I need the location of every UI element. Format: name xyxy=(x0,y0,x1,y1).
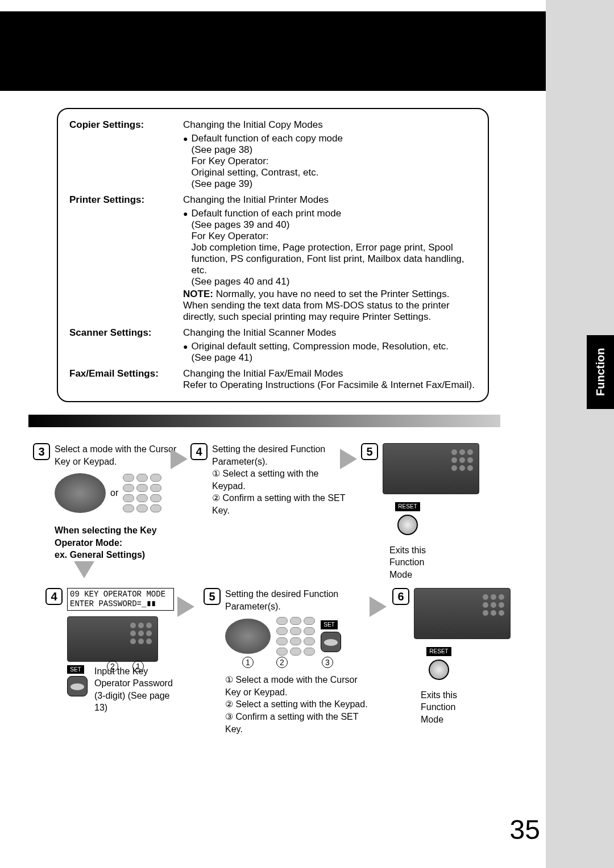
reset-button-icon xyxy=(397,515,418,535)
step-6-num: 6 xyxy=(392,588,409,605)
arrow-icon xyxy=(370,596,387,617)
keypad-icon xyxy=(123,474,161,512)
circled-1: ① xyxy=(212,469,220,478)
control-panel-icon xyxy=(67,616,158,662)
step-4a-text: Setting the desired Function Parameter(s… xyxy=(212,443,350,468)
arrow-icon xyxy=(340,449,357,469)
printer-title: Changing the Initial Printer Modes xyxy=(183,194,476,206)
control-panel-icon xyxy=(414,588,511,639)
printer-note: NOTE: Normally, you have no need to set … xyxy=(183,289,476,323)
circled-1: 1 xyxy=(242,657,254,668)
step-5top-exit: Exits this Function Mode xyxy=(389,544,446,581)
control-panel-icon xyxy=(383,443,479,494)
cursor-pad-icon xyxy=(55,473,106,513)
printer-bullet: Default function of each print mode (See… xyxy=(191,208,476,287)
side-column xyxy=(546,0,614,868)
or-label: or xyxy=(110,487,118,499)
circled-2: ② xyxy=(225,699,233,709)
step-6-exit: Exits this Function Mode xyxy=(421,689,478,726)
arrow-icon xyxy=(177,596,194,617)
fax-body: Refer to Operating Instructions (For Fac… xyxy=(183,379,476,391)
step-3: 3 Select a mode with the Cursor Key or K… xyxy=(33,443,181,561)
circled-3: 3 xyxy=(322,657,333,668)
header-banner xyxy=(0,11,546,91)
step-5b-num: 5 xyxy=(204,588,221,605)
step-3-sub2: ex. General Settings) xyxy=(55,549,181,561)
fax-label: Fax/Email Settings: xyxy=(69,368,183,391)
page-number: 35 xyxy=(510,814,540,845)
step-3-num: 3 xyxy=(33,443,50,460)
printer-label: Printer Settings: xyxy=(69,194,183,323)
copier-label: Copier Settings: xyxy=(69,119,183,190)
scanner-title: Changing the Initial Scanner Modes xyxy=(183,327,476,339)
reset-label: RESET xyxy=(426,647,451,656)
reset-label: RESET xyxy=(395,502,420,511)
step-4b-num: 4 xyxy=(45,588,63,605)
step-4-bottom: 4 09 KEY OPERATOR MODE ENTER PASSWORD=_∎… xyxy=(45,588,188,714)
scanner-bullet: Original default setting, Compression mo… xyxy=(191,341,449,364)
step-4b-input-text: Input the Key Operator Password (3-digit… xyxy=(94,665,174,714)
step-3-text: Select a mode with the Cursor Key or Key… xyxy=(55,443,181,468)
circled-3: ③ xyxy=(225,712,233,721)
set-label: SET xyxy=(67,665,84,674)
circled-2: 2 xyxy=(107,661,118,672)
divider-gradient xyxy=(28,415,500,427)
settings-box: Copier Settings: Changing the Initial Co… xyxy=(57,108,489,402)
reset-button-icon xyxy=(429,660,449,680)
fax-title: Changing the Initial Fax/Email Modes xyxy=(183,368,476,379)
copier-bullet: Default function of each copy mode (See … xyxy=(191,133,343,190)
step-5b-text: Setting the desired Function Parameter(s… xyxy=(225,588,374,612)
step-5-top: 5 RESET Exits this Function Mode xyxy=(361,443,475,581)
set-label: SET xyxy=(321,620,338,629)
keypad-icon xyxy=(276,617,315,656)
copier-title: Changing the Initial Copy Modes xyxy=(183,119,476,131)
side-tab-function: Function xyxy=(587,335,614,409)
circled-1: ① xyxy=(225,675,233,685)
step-4-top: 4 Setting the desired Function Parameter… xyxy=(190,443,350,517)
scanner-label: Scanner Settings: xyxy=(69,327,183,364)
set-button-icon xyxy=(321,632,341,652)
step-4a-num: 4 xyxy=(190,443,208,460)
step-3-sub1: When selecting the Key Operator Mode: xyxy=(55,524,181,549)
step-5top-num: 5 xyxy=(361,443,378,460)
cursor-pad-icon xyxy=(225,619,271,654)
circled-1: 1 xyxy=(132,661,144,672)
arrow-icon xyxy=(74,561,94,578)
lcd-display: 09 KEY OPERATOR MODE ENTER PASSWORD=_∎∎ xyxy=(67,588,174,611)
step-5-bottom: 5 Setting the desired Function Parameter… xyxy=(204,588,374,735)
set-button-icon xyxy=(67,676,88,696)
arrow-icon xyxy=(171,449,188,469)
circled-2: 2 xyxy=(276,657,288,668)
circled-2: ② xyxy=(212,493,220,503)
step-6: 6 RESET Exits this Function Mode xyxy=(392,588,506,725)
